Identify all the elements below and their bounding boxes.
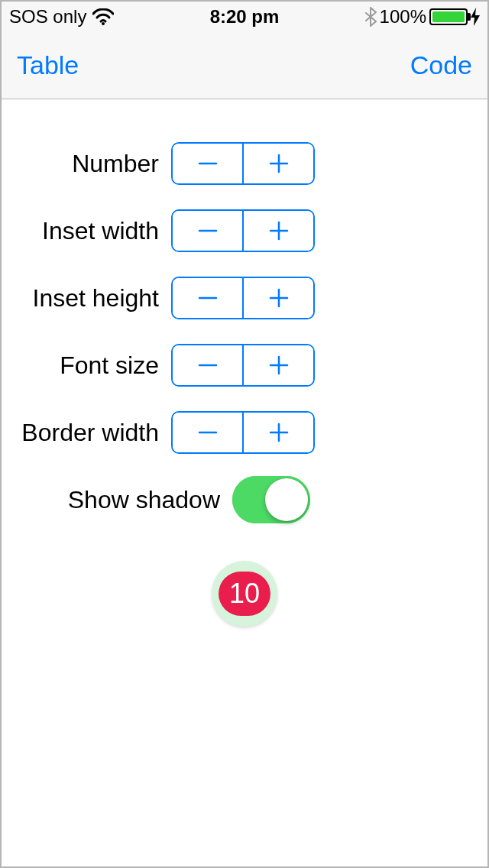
stepper-border-width [171,411,315,454]
stepper-font-size-increment[interactable] [242,345,313,385]
stepper-number-decrement[interactable] [173,144,242,183]
stepper-inset-height-decrement[interactable] [173,278,242,318]
stepper-font-size-decrement[interactable] [173,345,242,385]
switch-knob [265,478,308,521]
row-font-size: Font size [11,332,478,399]
minus-icon [195,218,221,244]
badge-preview: 10 [11,561,478,627]
row-show-shadow: Show shadow [11,466,478,533]
charging-icon [471,8,480,26]
stepper-inset-height-increment[interactable] [242,278,313,318]
wifi-icon [92,8,114,25]
badge-value: 10 [219,572,270,616]
stepper-inset-width [171,209,315,252]
stepper-font-size [171,344,315,387]
plus-icon [266,218,292,244]
row-inset-height: Inset height [11,264,478,332]
stepper-inset-width-decrement[interactable] [173,211,242,251]
stepper-border-width-decrement[interactable] [173,413,242,452]
plus-icon [266,151,292,177]
stepper-inset-width-increment[interactable] [242,211,313,251]
stepper-number [171,142,315,185]
plus-icon [266,352,292,378]
minus-icon [195,419,221,445]
status-left: SOS only [9,6,114,28]
row-border-width: Border width [11,399,478,466]
row-number: Number [11,130,478,197]
row-inset-width: Inset width [11,197,478,264]
minus-icon [195,352,221,378]
plus-icon [266,285,292,311]
stepper-inset-height [171,277,315,319]
carrier-text: SOS only [9,6,86,28]
badge-ring: 10 [212,561,277,627]
label-inset-width: Inset width [11,217,171,245]
battery-icon [429,8,468,25]
stepper-number-increment[interactable] [242,144,313,183]
battery-percent: 100% [380,6,426,28]
stepper-border-width-increment[interactable] [242,413,313,452]
label-show-shadow: Show shadow [11,486,232,514]
minus-icon [195,151,221,177]
bluetooth-icon [364,7,377,27]
status-right: 100% [364,6,480,28]
plus-icon [266,419,292,445]
switch-show-shadow[interactable] [232,476,310,523]
label-inset-height: Inset height [11,284,171,313]
content: Number Inset width Inset height [2,99,487,627]
nav-right-button[interactable]: Code [410,50,472,80]
status-bar: SOS only 8:20 pm 100% [2,2,487,32]
label-font-size: Font size [11,351,171,380]
nav-bar: Table Code [2,32,487,99]
minus-icon [195,285,221,311]
label-border-width: Border width [11,419,171,447]
svg-point-0 [102,22,105,25]
label-number: Number [11,150,171,178]
nav-left-button[interactable]: Table [17,50,79,80]
